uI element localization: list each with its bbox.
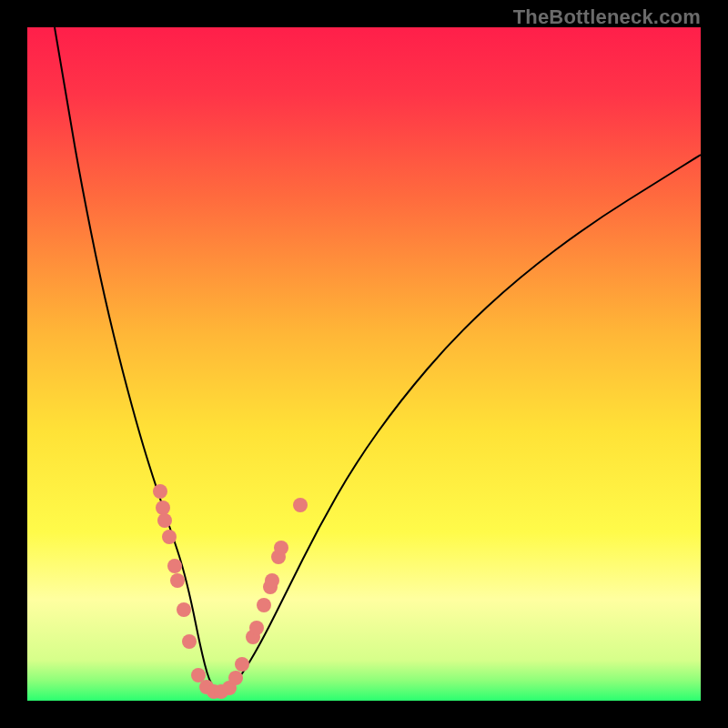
marker-dot <box>156 500 170 515</box>
marker-dot <box>153 484 167 499</box>
marker-dot <box>157 513 172 528</box>
plot-area <box>27 27 701 701</box>
marker-dot <box>167 559 182 573</box>
bottleneck-curve <box>55 27 701 690</box>
marker-dot <box>170 573 185 588</box>
marker-dot <box>177 602 191 617</box>
marker-group <box>153 484 308 699</box>
marker-dot <box>182 634 197 649</box>
chart-svg <box>27 27 701 701</box>
marker-dot <box>274 541 288 555</box>
marker-dot <box>257 598 271 612</box>
marker-dot <box>162 530 177 544</box>
marker-dot <box>265 573 279 588</box>
marker-dot <box>249 621 264 635</box>
watermark-text: TheBottleneck.com <box>513 5 701 29</box>
marker-dot <box>228 671 243 685</box>
marker-dot <box>293 498 308 512</box>
marker-dot <box>235 657 249 672</box>
marker-dot <box>191 668 206 682</box>
chart-canvas: TheBottleneck.com <box>0 0 728 728</box>
